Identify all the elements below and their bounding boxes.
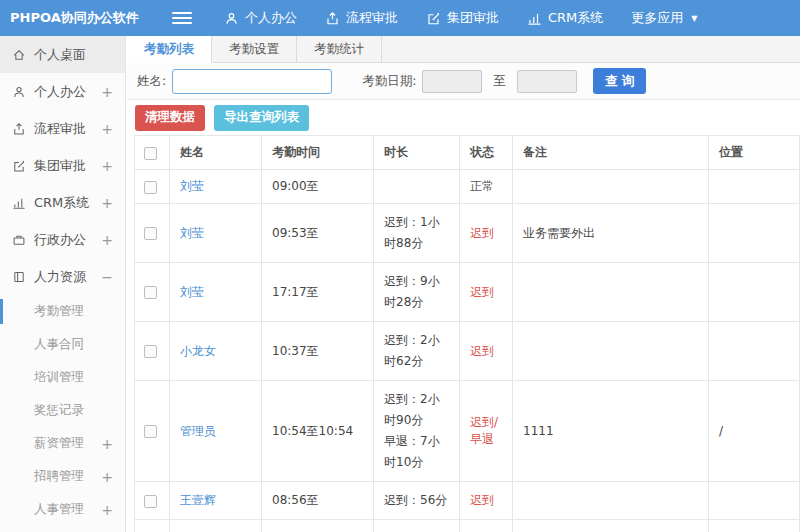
select-all-checkbox[interactable] [144, 147, 157, 160]
sidebar-subitem[interactable]: 奖惩记录 [0, 394, 125, 427]
employee-name-link[interactable]: 刘莹 [180, 285, 204, 299]
book-icon [12, 270, 26, 284]
header-checkbox-cell [135, 136, 170, 170]
nav-item-personal-office[interactable]: 个人办公 [210, 0, 311, 36]
nav-item-label: 个人办公 [245, 9, 297, 27]
chart-icon [12, 196, 26, 210]
date-to-label: 至 [493, 73, 506, 90]
workflow-icon [12, 122, 26, 136]
sidebar: 个人桌面 个人办公 + 流程审批 + 集团审批 + CRM系统 + 行政办公 + [0, 36, 126, 532]
sidebar-subitem[interactable]: 考勤管理 [0, 295, 125, 328]
cell-duration: 迟到：9小时28分 [374, 263, 460, 322]
sidebar-subitem[interactable]: 人事管理 + [0, 493, 125, 526]
sidebar-item-crm[interactable]: CRM系统 + [0, 184, 125, 221]
cell-time: 09:53至 [262, 204, 374, 263]
row-checkbox[interactable] [144, 181, 157, 194]
cell-note [513, 322, 709, 381]
clean-data-button[interactable]: 清理数据 [135, 105, 205, 131]
employee-name-link[interactable]: 管理员 [180, 424, 216, 438]
row-checkbox[interactable] [144, 286, 157, 299]
row-checkbox[interactable] [144, 227, 157, 240]
sidebar-item-label: CRM系统 [34, 194, 89, 212]
col-header-note: 备注 [513, 136, 709, 170]
date-from-input[interactable] [422, 70, 482, 93]
sidebar-item-group-approval[interactable]: 集团审批 + [0, 147, 125, 184]
col-header-duration: 时长 [374, 136, 460, 170]
expand-sign: + [101, 436, 113, 452]
tab[interactable]: 考勤列表 [127, 36, 212, 62]
sidebar-item-label: 个人桌面 [34, 46, 86, 64]
sidebar-subitem[interactable]: 招聘管理 + [0, 460, 125, 493]
cell-status: 正常 [460, 170, 513, 204]
date-to-input[interactable] [517, 70, 577, 93]
employee-name-link[interactable]: 刘莹 [180, 179, 204, 193]
row-checkbox[interactable] [144, 495, 157, 508]
cell-name: 刘莹 [170, 204, 262, 263]
sidebar-subitem-label: 培训管理 [34, 369, 84, 386]
cell-duration: 迟到：2小时62分 [374, 322, 460, 381]
sidebar-item-desktop[interactable]: 个人桌面 [0, 36, 125, 73]
table-row: 刘莹 09:53至 迟到：1小时88分 迟到 业务需要外出 [135, 204, 800, 263]
caret-down-icon: ▼ [691, 14, 697, 23]
nav-item-more-apps[interactable]: 更多应用 ▼ [617, 0, 711, 36]
home-icon [12, 48, 26, 62]
cell-duration: 迟到：56分 [374, 482, 460, 520]
sidebar-item-admin-office[interactable]: 行政办公 + [0, 221, 125, 258]
cell-location [709, 322, 800, 381]
query-button[interactable]: 查 询 [593, 68, 646, 94]
tab-label: 考勤设置 [229, 41, 279, 56]
nav-item-label: 流程审批 [346, 9, 398, 27]
cell-duration: 迟到：1小时88分 [374, 204, 460, 263]
row-checkbox-cell [135, 170, 170, 204]
cell-name: 黄蓉 [170, 520, 262, 532]
export-list-button[interactable]: 导出查询列表 [214, 105, 309, 131]
expand-sign: + [101, 84, 113, 100]
app-logo[interactable]: PHPOA协同办公软件 [0, 9, 128, 27]
cell-time: 13:20至13:20 [262, 520, 374, 532]
row-checkbox-cell [135, 263, 170, 322]
name-input[interactable] [172, 69, 332, 94]
edit-icon [426, 11, 441, 26]
table-row: 王壹辉 08:56至 迟到：56分 迟到 [135, 482, 800, 520]
briefcase-icon [12, 233, 26, 247]
sidebar-subitem[interactable]: 培训管理 [0, 361, 125, 394]
cell-name: 刘莹 [170, 263, 262, 322]
sidebar-subitem[interactable]: 薪资管理 + [0, 427, 125, 460]
sidebar-item-hr[interactable]: 人力资源 − [0, 258, 125, 295]
sidebar-item-workflow-approval[interactable]: 流程审批 + [0, 110, 125, 147]
sidebar-subitem[interactable]: 基础类别设置 + [0, 526, 125, 532]
cell-duration: 迟到：2小时90分 早退：7小时10分 [374, 381, 460, 482]
tab-label: 考勤统计 [314, 41, 364, 56]
tab[interactable]: 考勤设置 [212, 36, 297, 62]
sidebar-subitem[interactable]: 人事合同 [0, 328, 125, 361]
cell-location: / [709, 520, 800, 532]
menu-toggle-icon[interactable] [172, 8, 192, 28]
col-header-location: 位置 [709, 136, 800, 170]
employee-name-link[interactable]: 王壹辉 [180, 493, 216, 507]
sidebar-item-personal-office[interactable]: 个人办公 + [0, 73, 125, 110]
nav-item-workflow-approval[interactable]: 流程审批 [311, 0, 412, 36]
employee-name-link[interactable]: 小龙女 [180, 344, 216, 358]
nav-item-label: CRM系统 [548, 9, 603, 27]
workflow-icon [325, 11, 340, 26]
expand-sign: + [101, 158, 113, 174]
row-checkbox[interactable] [144, 345, 157, 358]
nav-item-label: 集团审批 [447, 9, 499, 27]
employee-name-link[interactable]: 刘莹 [180, 226, 204, 240]
col-header-status: 状态 [460, 136, 513, 170]
status-badge: 迟到/早退 [470, 415, 498, 446]
tab[interactable]: 考勤统计 [297, 36, 382, 62]
cell-location [709, 204, 800, 263]
cell-location [709, 170, 800, 204]
date-label: 考勤日期: [362, 73, 416, 90]
cell-location [709, 482, 800, 520]
attendance-table: 姓名 考勤时间 时长 状态 备注 位置 刘莹 09:00至 [134, 135, 800, 532]
nav-item-group-approval[interactable]: 集团审批 [412, 0, 513, 36]
sidebar-item-label: 人力资源 [34, 268, 86, 286]
tab-bar: 考勤列表 考勤设置 考勤统计 [127, 36, 800, 63]
row-checkbox[interactable] [144, 425, 157, 438]
cell-status: 迟到 [460, 482, 513, 520]
nav-item-crm[interactable]: CRM系统 [513, 0, 617, 36]
expand-sign: + [101, 502, 113, 518]
cell-time: 10:37至 [262, 322, 374, 381]
